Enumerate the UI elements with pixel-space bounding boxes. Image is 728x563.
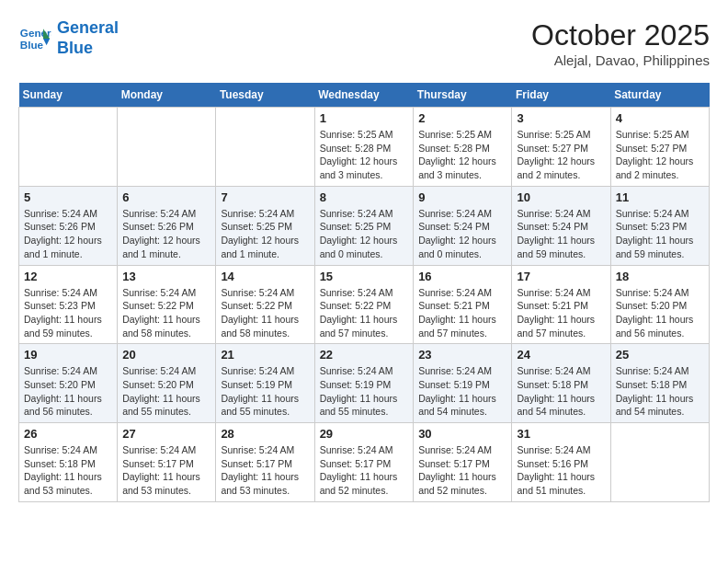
day-info: Sunrise: 5:24 AM Sunset: 5:25 PM Dayligh… bbox=[221, 207, 309, 261]
day-info: Sunrise: 5:24 AM Sunset: 5:18 PM Dayligh… bbox=[517, 364, 605, 419]
calendar-cell: 28Sunrise: 5:24 AM Sunset: 5:17 PM Dayli… bbox=[216, 423, 314, 502]
calendar-cell: 24Sunrise: 5:24 AM Sunset: 5:18 PM Dayli… bbox=[512, 344, 610, 423]
day-info: Sunrise: 5:24 AM Sunset: 5:22 PM Dayligh… bbox=[122, 286, 210, 340]
calendar-cell: 30Sunrise: 5:24 AM Sunset: 5:17 PM Dayli… bbox=[414, 423, 512, 502]
day-number: 17 bbox=[517, 270, 605, 283]
calendar-cell: 1Sunrise: 5:25 AM Sunset: 5:28 PM Daylig… bbox=[314, 108, 414, 187]
month-title: October 2025 bbox=[531, 18, 710, 52]
calendar-cell: 13Sunrise: 5:24 AM Sunset: 5:22 PM Dayli… bbox=[118, 265, 216, 344]
calendar-cell bbox=[610, 423, 709, 502]
day-info: Sunrise: 5:25 AM Sunset: 5:27 PM Dayligh… bbox=[517, 128, 605, 182]
calendar-cell bbox=[118, 108, 216, 187]
day-number: 27 bbox=[122, 427, 210, 441]
calendar-cell: 4Sunrise: 5:25 AM Sunset: 5:27 PM Daylig… bbox=[610, 108, 709, 187]
weekday-header-friday: Friday bbox=[512, 83, 610, 108]
week-row-2: 5Sunrise: 5:24 AM Sunset: 5:26 PM Daylig… bbox=[19, 186, 710, 265]
day-number: 28 bbox=[221, 427, 309, 441]
calendar-cell bbox=[216, 108, 314, 187]
day-number: 10 bbox=[517, 190, 605, 204]
calendar-cell: 26Sunrise: 5:24 AM Sunset: 5:18 PM Dayli… bbox=[19, 423, 118, 502]
day-info: Sunrise: 5:24 AM Sunset: 5:23 PM Dayligh… bbox=[24, 286, 112, 340]
calendar-cell: 21Sunrise: 5:24 AM Sunset: 5:19 PM Dayli… bbox=[216, 344, 314, 423]
page-header: General Blue GeneralBlue October 2025 Al… bbox=[18, 18, 710, 68]
day-info: Sunrise: 5:24 AM Sunset: 5:21 PM Dayligh… bbox=[517, 286, 605, 340]
location-title: Alejal, Davao, Philippines bbox=[531, 52, 710, 68]
day-info: Sunrise: 5:24 AM Sunset: 5:21 PM Dayligh… bbox=[418, 286, 506, 340]
week-row-1: 1Sunrise: 5:25 AM Sunset: 5:28 PM Daylig… bbox=[19, 108, 710, 187]
calendar-cell: 14Sunrise: 5:24 AM Sunset: 5:22 PM Dayli… bbox=[216, 265, 314, 344]
day-info: Sunrise: 5:24 AM Sunset: 5:26 PM Dayligh… bbox=[122, 207, 210, 261]
logo-icon: General Blue bbox=[18, 22, 51, 55]
week-row-4: 19Sunrise: 5:24 AM Sunset: 5:20 PM Dayli… bbox=[19, 344, 710, 423]
calendar-cell: 7Sunrise: 5:24 AM Sunset: 5:25 PM Daylig… bbox=[216, 186, 314, 265]
day-info: Sunrise: 5:24 AM Sunset: 5:20 PM Dayligh… bbox=[616, 286, 704, 340]
day-number: 30 bbox=[418, 427, 506, 441]
day-info: Sunrise: 5:25 AM Sunset: 5:28 PM Dayligh… bbox=[418, 128, 506, 182]
day-info: Sunrise: 5:24 AM Sunset: 5:17 PM Dayligh… bbox=[320, 443, 409, 498]
day-number: 29 bbox=[320, 427, 409, 441]
calendar-cell: 22Sunrise: 5:24 AM Sunset: 5:19 PM Dayli… bbox=[314, 344, 414, 423]
day-number: 23 bbox=[418, 348, 506, 362]
weekday-header-thursday: Thursday bbox=[414, 83, 512, 108]
day-number: 16 bbox=[418, 270, 506, 283]
day-number: 14 bbox=[221, 270, 309, 283]
day-info: Sunrise: 5:24 AM Sunset: 5:19 PM Dayligh… bbox=[221, 364, 309, 419]
day-number: 19 bbox=[24, 348, 112, 362]
calendar-cell: 27Sunrise: 5:24 AM Sunset: 5:17 PM Dayli… bbox=[118, 423, 216, 502]
title-section: October 2025 Alejal, Davao, Philippines bbox=[531, 18, 710, 68]
calendar-cell: 16Sunrise: 5:24 AM Sunset: 5:21 PM Dayli… bbox=[414, 265, 512, 344]
day-number: 24 bbox=[517, 348, 605, 362]
calendar-cell: 5Sunrise: 5:24 AM Sunset: 5:26 PM Daylig… bbox=[19, 186, 118, 265]
day-info: Sunrise: 5:24 AM Sunset: 5:25 PM Dayligh… bbox=[320, 207, 409, 261]
day-info: Sunrise: 5:24 AM Sunset: 5:18 PM Dayligh… bbox=[616, 364, 704, 419]
calendar-cell: 29Sunrise: 5:24 AM Sunset: 5:17 PM Dayli… bbox=[314, 423, 414, 502]
calendar-table: SundayMondayTuesdayWednesdayThursdayFrid… bbox=[18, 83, 710, 502]
day-info: Sunrise: 5:24 AM Sunset: 5:17 PM Dayligh… bbox=[418, 443, 506, 498]
day-number: 1 bbox=[320, 111, 409, 125]
day-number: 25 bbox=[616, 348, 704, 362]
day-number: 11 bbox=[616, 190, 704, 204]
day-number: 2 bbox=[418, 111, 506, 125]
calendar-cell: 15Sunrise: 5:24 AM Sunset: 5:22 PM Dayli… bbox=[314, 265, 414, 344]
day-info: Sunrise: 5:24 AM Sunset: 5:26 PM Dayligh… bbox=[24, 207, 112, 261]
weekday-header-wednesday: Wednesday bbox=[314, 83, 414, 108]
day-info: Sunrise: 5:25 AM Sunset: 5:27 PM Dayligh… bbox=[616, 128, 704, 182]
day-info: Sunrise: 5:24 AM Sunset: 5:19 PM Dayligh… bbox=[418, 364, 506, 419]
day-number: 20 bbox=[122, 348, 210, 362]
weekday-header-monday: Monday bbox=[118, 83, 216, 108]
day-number: 8 bbox=[320, 190, 409, 204]
svg-marker-3 bbox=[43, 39, 50, 45]
svg-text:Blue: Blue bbox=[20, 38, 44, 50]
calendar-cell: 18Sunrise: 5:24 AM Sunset: 5:20 PM Dayli… bbox=[610, 265, 709, 344]
week-row-5: 26Sunrise: 5:24 AM Sunset: 5:18 PM Dayli… bbox=[19, 423, 710, 502]
day-number: 9 bbox=[418, 190, 506, 204]
day-info: Sunrise: 5:24 AM Sunset: 5:24 PM Dayligh… bbox=[517, 207, 605, 261]
day-info: Sunrise: 5:24 AM Sunset: 5:22 PM Dayligh… bbox=[221, 286, 309, 340]
day-number: 12 bbox=[24, 270, 112, 283]
day-number: 4 bbox=[616, 111, 704, 125]
day-number: 18 bbox=[616, 270, 704, 283]
calendar-cell: 23Sunrise: 5:24 AM Sunset: 5:19 PM Dayli… bbox=[414, 344, 512, 423]
day-number: 13 bbox=[122, 270, 210, 283]
day-number: 7 bbox=[221, 190, 309, 204]
calendar-cell: 6Sunrise: 5:24 AM Sunset: 5:26 PM Daylig… bbox=[118, 186, 216, 265]
day-number: 5 bbox=[24, 190, 112, 204]
calendar-cell bbox=[19, 108, 118, 187]
day-info: Sunrise: 5:24 AM Sunset: 5:20 PM Dayligh… bbox=[122, 364, 210, 419]
day-info: Sunrise: 5:24 AM Sunset: 5:16 PM Dayligh… bbox=[517, 443, 605, 498]
weekday-header-row: SundayMondayTuesdayWednesdayThursdayFrid… bbox=[19, 83, 710, 108]
day-number: 21 bbox=[221, 348, 309, 362]
logo-text: GeneralBlue bbox=[57, 18, 119, 58]
calendar-cell: 2Sunrise: 5:25 AM Sunset: 5:28 PM Daylig… bbox=[414, 108, 512, 187]
day-info: Sunrise: 5:24 AM Sunset: 5:18 PM Dayligh… bbox=[24, 443, 112, 498]
day-number: 3 bbox=[517, 111, 605, 125]
calendar-cell: 31Sunrise: 5:24 AM Sunset: 5:16 PM Dayli… bbox=[512, 423, 610, 502]
day-number: 15 bbox=[320, 270, 409, 283]
day-info: Sunrise: 5:25 AM Sunset: 5:28 PM Dayligh… bbox=[320, 128, 409, 182]
week-row-3: 12Sunrise: 5:24 AM Sunset: 5:23 PM Dayli… bbox=[19, 265, 710, 344]
calendar-cell: 3Sunrise: 5:25 AM Sunset: 5:27 PM Daylig… bbox=[512, 108, 610, 187]
day-info: Sunrise: 5:24 AM Sunset: 5:24 PM Dayligh… bbox=[418, 207, 506, 261]
calendar-cell: 8Sunrise: 5:24 AM Sunset: 5:25 PM Daylig… bbox=[314, 186, 414, 265]
day-info: Sunrise: 5:24 AM Sunset: 5:22 PM Dayligh… bbox=[320, 286, 409, 340]
day-number: 22 bbox=[320, 348, 409, 362]
